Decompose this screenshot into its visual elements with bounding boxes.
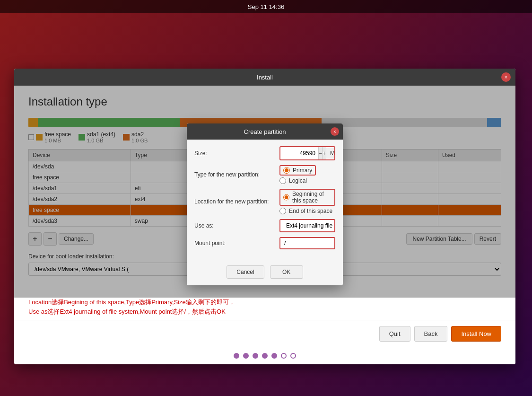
dialog-location-beginning[interactable]: Beginning of this space xyxy=(279,189,335,206)
dialog-footer: Cancel OK xyxy=(187,261,343,285)
dialog-mountpoint-label: Mount point: xyxy=(194,240,279,246)
taskbar-datetime: Sep 11 14:36 xyxy=(248,3,284,10)
annotation-text: Location选择Begining of this space,Type选择P… xyxy=(14,298,515,320)
dialog-ok-button[interactable]: OK xyxy=(270,265,303,279)
quit-button[interactable]: Quit xyxy=(379,326,410,342)
pagination-dot-4[interactable] xyxy=(262,353,268,359)
dialog-size-label: Size: xyxy=(194,150,279,157)
close-icon: × xyxy=(505,74,507,80)
dialog-mountpoint-input[interactable] xyxy=(280,238,335,248)
dialog-useas-row: Use as: Ext4 journaling file system swap… xyxy=(194,219,335,232)
dialog-type-primary[interactable]: Primary xyxy=(279,165,316,176)
dialog-location-label: Location for the new partition: xyxy=(194,198,279,205)
back-button[interactable]: Back xyxy=(414,326,448,342)
dialog-body: Size: − + MB Type for the new partition: xyxy=(187,140,343,261)
install-now-button[interactable]: Install Now xyxy=(451,326,501,342)
window-close-button[interactable]: × xyxy=(501,72,511,82)
dialog-location-beginning-label: Beginning of this space xyxy=(292,191,331,204)
dialog-type-logical[interactable]: Logical xyxy=(279,177,316,184)
dialog-location-beginning-box: Beginning of this space xyxy=(279,189,335,206)
dialog-cancel-button[interactable]: Cancel xyxy=(227,265,264,279)
create-partition-dialog: Create partition × Size: − + MB xyxy=(187,123,343,285)
pagination-dot-3[interactable] xyxy=(253,353,258,359)
dialog-type-radio-group: Primary Logical xyxy=(279,165,316,184)
dialog-type-label: Type for the new partition: xyxy=(194,171,279,178)
dialog-useas-select[interactable]: Ext4 journaling file system swap area do… xyxy=(280,220,335,231)
window-content: Installation type free space 1.0 MB xyxy=(14,86,515,298)
dialog-title: Create partition xyxy=(244,128,286,135)
dialog-location-row: Location for the new partition: Beginnin… xyxy=(194,189,335,214)
dialog-type-logical-label: Logical xyxy=(289,177,307,184)
pagination-dot-7[interactable] xyxy=(290,353,296,359)
window-titlebar: Install × xyxy=(14,69,515,86)
dialog-size-row: Size: − + MB xyxy=(194,146,335,160)
dialog-close-button[interactable]: × xyxy=(331,127,339,136)
dialog-mountpoint-row: Mount point: ▾ xyxy=(194,237,335,249)
dialog-location-beginning-radio[interactable] xyxy=(283,194,289,201)
dialog-close-icon: × xyxy=(333,129,336,134)
dialog-mountpoint-wrapper: ▾ xyxy=(279,237,335,249)
dialog-titlebar: Create partition × xyxy=(187,123,343,140)
window-footer: Quit Back Install Now xyxy=(14,320,515,347)
dialog-type-primary-box: Primary xyxy=(279,165,316,176)
pagination-dot-6[interactable] xyxy=(281,353,287,359)
dialog-type-row: Type for the new partition: Primary Lo xyxy=(194,165,335,184)
dialog-size-plus-button[interactable]: + xyxy=(322,147,326,159)
dialog-size-input-wrapper: − + MB xyxy=(279,146,335,160)
main-window: Install × Installation type free space 1… xyxy=(14,69,515,364)
dialog-location-end-radio[interactable] xyxy=(279,208,286,214)
dialog-location-end[interactable]: End of this space xyxy=(279,208,335,214)
dialog-size-input[interactable] xyxy=(280,148,318,158)
dialog-location-radio-group: Beginning of this space End of this spac… xyxy=(279,189,335,214)
dialog-useas-wrapper: Ext4 journaling file system swap area do… xyxy=(279,219,335,232)
pagination-dot-5[interactable] xyxy=(271,353,277,359)
annotation-line1: Location选择Begining of this space,Type选择P… xyxy=(28,298,501,307)
pagination-dot-2[interactable] xyxy=(243,353,249,359)
window-title: Install xyxy=(257,74,273,81)
dialog-size-unit: MB xyxy=(326,148,335,158)
pagination-dot-1[interactable] xyxy=(234,353,239,359)
dialog-location-end-label: End of this space xyxy=(289,208,332,214)
pagination-dots xyxy=(14,347,515,364)
dialog-size-minus-button[interactable]: − xyxy=(318,147,322,159)
annotation-line2: Use as选择Ext4 journaling of file system,M… xyxy=(28,307,501,317)
dialog-overlay: Create partition × Size: − + MB xyxy=(14,86,515,298)
dialog-useas-label: Use as: xyxy=(194,222,279,229)
taskbar: Sep 11 14:36 xyxy=(0,0,532,13)
dialog-type-primary-radio[interactable] xyxy=(283,167,290,174)
dialog-type-primary-label: Primary xyxy=(293,167,312,174)
dialog-type-logical-radio[interactable] xyxy=(279,177,286,184)
